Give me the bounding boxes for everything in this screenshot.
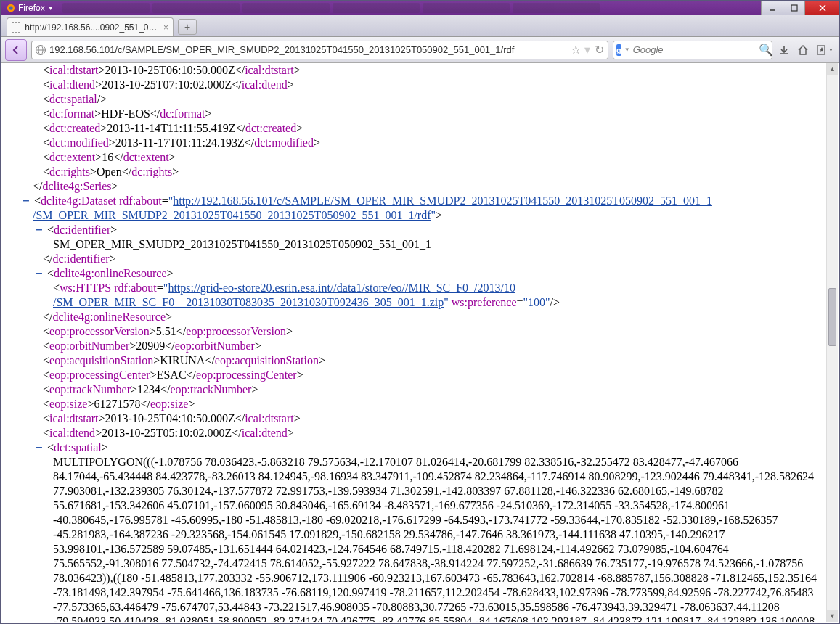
https-about-link[interactable]: https://grid-eo-store20.esrin.esa.int//d… [168,282,515,294]
app-name: Firefox [18,3,45,13]
background-tabs-blur [60,3,761,13]
dropdown-icon: ▼ [48,5,54,12]
window-controls [761,1,839,15]
nav-toolbar: ☆ ▾ ↻ g ▼ 🔍 ▼ [1,37,839,63]
globe-icon [35,44,46,56]
url-bar[interactable]: ☆ ▾ ↻ [31,41,608,59]
search-icon[interactable]: 🔍 [759,43,773,57]
minimize-button[interactable] [761,1,783,15]
collapse-toggle[interactable]: − [23,194,31,208]
favicon-icon [12,22,20,33]
page-content: <ical:dtstart>2013-10-25T06:10:50.000Z</… [2,63,838,622]
bookmark-star-icon[interactable]: ☆ [570,44,582,56]
browser-window: Firefox ▼ http://192.168.56....0902_551_… [0,0,840,624]
dataset-about-link[interactable]: http://192.168.56.101/c/SAMPLE/SM_OPER_M… [173,194,712,207]
reload-icon[interactable]: ↻ [593,44,605,56]
new-tab-button[interactable]: + [178,19,197,35]
search-bar[interactable]: g ▼ 🔍 [613,41,772,59]
titlebar: Firefox ▼ [1,1,839,15]
bookmarks-menu-button[interactable]: ▼ [815,43,835,57]
downloads-button[interactable] [777,43,791,57]
scrollbar-thumb[interactable] [828,288,836,346]
svg-point-1 [9,6,12,9]
tab-strip: http://192.168.56....0902_551_001_1/rdf … [1,15,839,37]
xml-tree[interactable]: <ical:dtstart>2013-10-25T06:10:50.000Z</… [2,63,838,622]
tab-active[interactable]: http://192.168.56....0902_551_001_1/rdf … [7,17,174,36]
tab-close-icon[interactable]: × [163,22,168,33]
search-input[interactable] [633,44,756,55]
dataset-about-link-2[interactable]: /SM_OPER_MIR_SMUDP2_20131025T041550_2013… [33,209,431,221]
tab-title: http://192.168.56....0902_551_001_1/rdf [25,22,159,33]
https-about-link-2[interactable]: /SM_OPER_MIR_SC_F0__20131030T083035_2013… [53,296,444,308]
google-icon: g [616,44,621,56]
url-input[interactable] [49,44,567,55]
svg-rect-3 [791,5,797,11]
maximize-button[interactable] [783,1,804,15]
collapse-toggle[interactable]: − [36,223,44,237]
collapse-toggle[interactable]: − [36,440,44,455]
firefox-menu[interactable]: Firefox ▼ [1,2,60,14]
vertical-scrollbar[interactable]: ▲ ▼ [826,63,838,622]
collapse-toggle[interactable]: − [36,266,44,281]
firefox-icon [7,4,15,12]
back-button[interactable] [5,39,27,61]
scroll-down-icon[interactable]: ▼ [827,610,838,622]
close-button[interactable] [804,1,839,15]
scroll-up-icon[interactable]: ▲ [827,63,838,75]
home-button[interactable] [796,43,810,57]
